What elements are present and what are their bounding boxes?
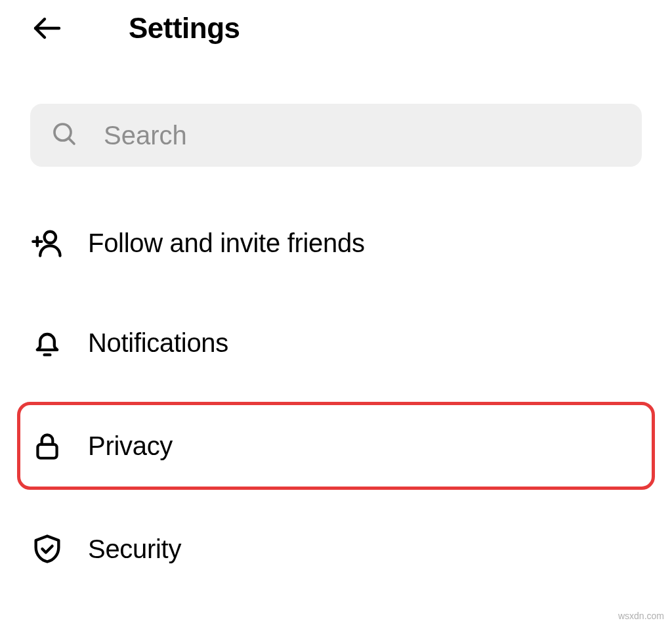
search-input[interactable]	[104, 121, 621, 150]
menu-item-follow-invite[interactable]: Follow and invite friends	[30, 206, 642, 280]
menu-item-label: Privacy	[88, 431, 173, 461]
bell-icon	[30, 326, 64, 360]
svg-point-3	[45, 232, 56, 243]
page-title: Settings	[129, 12, 240, 45]
settings-menu: Follow and invite friends Notifications …	[0, 206, 672, 629]
back-arrow-icon	[32, 12, 63, 44]
add-user-icon	[30, 226, 64, 260]
watermark: wsxdn.com	[618, 611, 664, 621]
menu-item-notifications[interactable]: Notifications	[30, 306, 642, 380]
menu-item-label: Notifications	[88, 328, 228, 358]
menu-item-ads[interactable]: Ads	[30, 612, 642, 629]
search-container	[30, 104, 642, 167]
search-icon	[51, 121, 77, 150]
menu-item-security[interactable]: Security	[30, 512, 642, 586]
header: Settings	[0, 0, 672, 56]
menu-item-label: Follow and invite friends	[88, 228, 365, 258]
menu-item-label: Security	[88, 534, 181, 564]
back-button[interactable]	[32, 12, 63, 44]
svg-line-2	[69, 139, 74, 144]
svg-rect-7	[37, 445, 56, 458]
shield-check-icon	[30, 532, 64, 566]
menu-item-privacy[interactable]: Privacy	[17, 402, 655, 490]
search-box[interactable]	[30, 104, 642, 167]
lock-icon	[30, 429, 64, 463]
